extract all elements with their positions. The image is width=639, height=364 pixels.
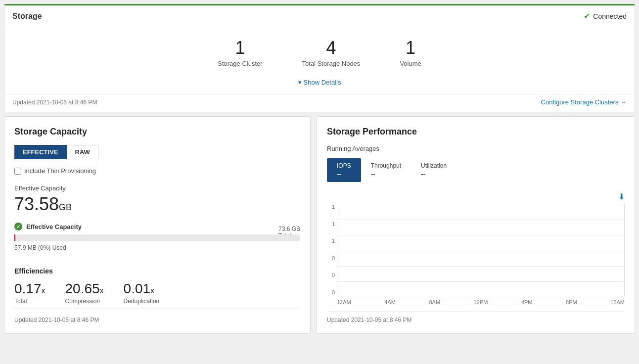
x-suffix-3: x: [150, 286, 154, 295]
bottom-section: Storage Capacity EFFECTIVE RAW Include T…: [4, 116, 635, 334]
storage-capacity-card: Storage Capacity EFFECTIVE RAW Include T…: [4, 116, 311, 334]
performance-updated-text: Updated 2021-10-05 at 8:46 PM: [327, 317, 411, 323]
volume-value: 1: [400, 39, 421, 57]
effective-capacity-label: Effective Capacity: [14, 184, 300, 192]
show-details-label: Show Details: [304, 79, 341, 86]
connection-badge: ✔ Connected: [584, 11, 627, 21]
performance-card-title: Storage Performance: [327, 127, 625, 137]
capacity-unit: GB: [59, 202, 72, 212]
grid-line-2: [337, 235, 624, 235]
iops-tab-label: IOPS: [337, 162, 351, 169]
storage-performance-card: Storage Performance Running Averages IOP…: [317, 116, 635, 334]
storage-cluster-value: 1: [218, 39, 262, 57]
thin-provisioning-row: Include Thin Provisioning: [14, 167, 300, 175]
storage-cluster-label: Storage Cluster: [218, 60, 262, 67]
top-metrics: 1 Storage Cluster 4 Total Storage Nodes …: [4, 27, 635, 75]
chevron-down-icon: ▾: [298, 79, 302, 86]
x-suffix: x: [42, 286, 46, 295]
top-card-header: Storage ✔ Connected: [4, 5, 635, 27]
x-suffix-2: x: [100, 286, 104, 295]
bar-wrapper: 73.6 GB Total: [14, 234, 300, 241]
x-label-12pm: 12PM: [474, 299, 488, 305]
running-averages-label: Running Averages: [327, 145, 625, 152]
total-efficiency: 0.17x Total: [14, 281, 46, 305]
show-details-link[interactable]: ▾ Show Details: [298, 79, 341, 86]
x-label-4pm: 4PM: [521, 299, 533, 305]
total-storage-nodes-value: 4: [302, 39, 361, 57]
y-label-2: 1: [327, 221, 335, 227]
bar-used-text: 57.9 MB (0%) Used: [14, 244, 300, 251]
app-title: Storage: [12, 12, 42, 21]
total-storage-nodes-metric: 4 Total Storage Nodes: [302, 39, 361, 67]
iops-tab-value: --: [337, 170, 351, 178]
utilization-tab-label: Utilization: [421, 162, 447, 169]
y-label-5: 0: [327, 272, 335, 278]
effective-capacity-value: 73.58GB: [14, 194, 300, 215]
total-storage-nodes-label: Total Storage Nodes: [302, 60, 361, 67]
chart-grid: [337, 204, 625, 297]
effective-tab[interactable]: EFFECTIVE: [14, 145, 67, 159]
dedup-efficiency-value: 0.01x: [124, 281, 160, 297]
efficiencies-section: Efficiencies 0.17x Total 20.65x Compress…: [14, 267, 300, 308]
thin-provisioning-label: Include Thin Provisioning: [24, 167, 96, 175]
efficiency-items: 0.17x Total 20.65x Compression 0.01x Ded…: [14, 281, 300, 305]
capacity-tab-row: EFFECTIVE RAW: [14, 145, 300, 159]
compression-efficiency-label: Compression: [65, 298, 104, 305]
dedup-efficiency-label: Deduplication: [124, 298, 160, 305]
raw-tab[interactable]: RAW: [67, 145, 98, 159]
grid-line-4: [337, 266, 624, 267]
top-card: Storage ✔ Connected 1 Storage Cluster 4 …: [4, 4, 635, 112]
grid-line-5: [337, 281, 624, 282]
grid-line-3: [337, 251, 624, 251]
perf-tabs: IOPS -- Throughput -- Utilization --: [327, 158, 625, 182]
throughput-tab-label: Throughput: [371, 162, 401, 169]
throughput-tab[interactable]: Throughput --: [361, 158, 411, 182]
x-label-8pm: 8PM: [566, 299, 577, 305]
configure-storage-link[interactable]: Configure Storage Clusters →: [541, 98, 627, 106]
total-efficiency-label: Total: [14, 298, 46, 305]
chart-y-axis: 1 1 1 0 0 0: [327, 204, 335, 305]
chart-wrapper: 1 1 1 0 0 0: [327, 204, 625, 305]
storage-cluster-metric: 1 Storage Cluster: [218, 39, 262, 67]
bar-section-label: Effective Capacity: [26, 223, 82, 230]
download-icon[interactable]: ⬇: [618, 192, 625, 201]
utilization-tab[interactable]: Utilization --: [411, 158, 456, 182]
chart-body: 12AM 4AM 8AM 12PM 4PM 8PM 12AM: [337, 204, 625, 305]
utilization-tab-value: --: [421, 170, 447, 178]
chart-area: ⬇ 1 1 1 0 0 0: [327, 192, 625, 305]
connection-status: Connected: [593, 12, 627, 20]
capacity-bar-header: ✓ Effective Capacity: [14, 223, 300, 230]
volume-label: Volume: [400, 60, 421, 67]
thin-provisioning-checkbox[interactable]: [14, 168, 21, 175]
grid-line-1: [337, 220, 624, 220]
y-label-6: 0: [327, 289, 335, 295]
iops-tab[interactable]: IOPS --: [327, 158, 361, 182]
capacity-updated-text: Updated 2021-10-05 at 8:46 PM: [14, 317, 99, 323]
x-label-4am: 4AM: [384, 299, 396, 305]
capacity-bar-section: ✓ Effective Capacity 73.6 GB Total 57.9 …: [14, 223, 300, 251]
capacity-bar-fill: [14, 234, 15, 241]
total-efficiency-value: 0.17x: [14, 281, 46, 297]
show-details-row: ▾ Show Details: [4, 75, 635, 94]
efficiencies-title: Efficiencies: [14, 267, 300, 275]
x-label-12am-start: 12AM: [337, 299, 351, 305]
capacity-number: 73.58: [14, 194, 59, 214]
compression-efficiency: 20.65x Compression: [65, 281, 104, 305]
y-label-1: 1: [327, 204, 335, 210]
y-label-3: 1: [327, 238, 335, 244]
top-updated-text: Updated 2021-10-05 at 8:46 PM: [12, 99, 97, 106]
capacity-bar: [14, 234, 300, 241]
capacity-card-footer: Updated 2021-10-05 at 8:46 PM: [14, 308, 300, 323]
chart-x-axis: 12AM 4AM 8AM 12PM 4PM 8PM 12AM: [337, 297, 625, 305]
x-label-8am: 8AM: [429, 299, 440, 305]
volume-metric: 1 Volume: [400, 39, 421, 67]
capacity-card-title: Storage Capacity: [14, 127, 300, 137]
compression-efficiency-value: 20.65x: [65, 281, 104, 297]
throughput-tab-value: --: [371, 170, 401, 178]
deduplication-efficiency: 0.01x Deduplication: [124, 281, 160, 305]
performance-card-footer: Updated 2021-10-05 at 8:46 PM: [327, 311, 625, 323]
y-label-4: 0: [327, 255, 335, 261]
green-check-icon: ✓: [14, 223, 22, 230]
connected-icon: ✔: [584, 11, 590, 21]
x-label-12am-end: 12AM: [610, 299, 625, 305]
